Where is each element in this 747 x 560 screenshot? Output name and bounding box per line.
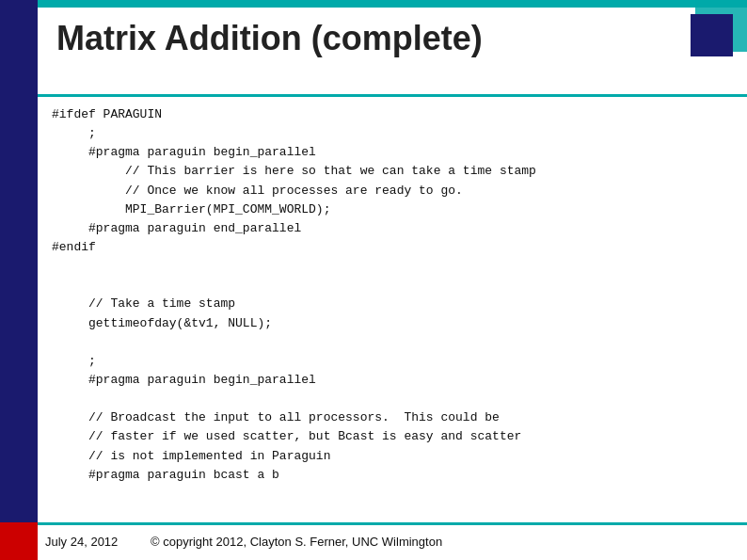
slide-title-area: Matrix Addition (complete) (56, 19, 672, 58)
title-divider (38, 94, 747, 97)
left-accent-bar (0, 0, 38, 560)
code-block: #ifdef PARAGUIN ; #pragma paraguin begin… (52, 105, 728, 504)
corner-dark-decoration (691, 14, 733, 56)
slide-container: Matrix Addition (complete) #ifdef PARAGU… (0, 0, 747, 560)
footer-bar: July 24, 2012 © copyright 2012, Clayton … (0, 522, 747, 560)
top-accent-bar (0, 0, 747, 8)
footer-date: July 24, 2012 (45, 522, 118, 560)
footer-left-accent (0, 522, 38, 560)
slide-title: Matrix Addition (complete) (56, 19, 483, 57)
footer-copyright: © copyright 2012, Clayton S. Ferner, UNC… (151, 522, 442, 560)
